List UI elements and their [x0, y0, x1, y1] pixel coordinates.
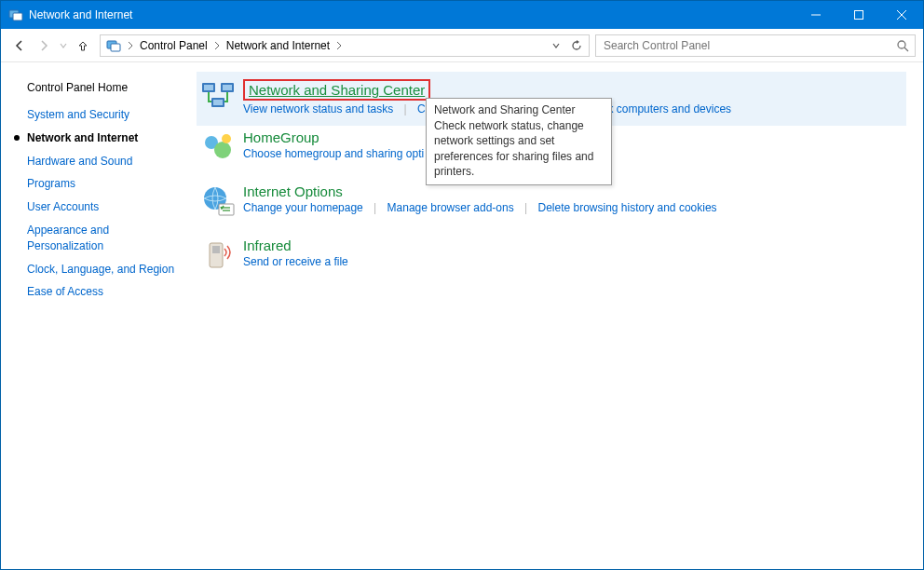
- content: Network and Sharing Center View network …: [197, 62, 923, 569]
- category-infrared: Infrared Send or receive a file: [197, 234, 906, 288]
- svg-rect-15: [213, 100, 223, 105]
- sidebar-item-programs[interactable]: Programs: [27, 176, 197, 192]
- sidebar-item-hardware-sound[interactable]: Hardware and Sound: [27, 154, 197, 170]
- close-button[interactable]: [880, 1, 923, 29]
- tooltip: Network and Sharing Center Check network…: [426, 98, 612, 185]
- tooltip-body: Check network status, change network set…: [434, 118, 604, 179]
- chevron-right-icon[interactable]: [211, 41, 223, 50]
- svg-point-8: [898, 41, 905, 48]
- svg-rect-1: [13, 13, 22, 20]
- link-manage-addons[interactable]: Manage browser add-ons: [387, 201, 514, 214]
- network-sharing-center-icon: [198, 79, 239, 120]
- tooltip-title: Network and Sharing Center: [434, 102, 604, 117]
- sidebar-item-ease-of-access[interactable]: Ease of Access: [27, 284, 197, 300]
- svg-rect-3: [855, 11, 863, 20]
- search-icon[interactable]: [896, 39, 909, 52]
- search-box[interactable]: [595, 34, 916, 57]
- category-title-network-sharing[interactable]: Network and Sharing Center: [243, 79, 430, 101]
- svg-rect-20: [219, 204, 234, 215]
- body: Control Panel Home System and Security N…: [1, 62, 923, 569]
- search-input[interactable]: [602, 38, 896, 53]
- sidebar-item-system-security[interactable]: System and Security: [27, 107, 197, 123]
- sidebar-item-clock-language-region[interactable]: Clock, Language, and Region: [27, 262, 197, 278]
- window: Network and Internet: [0, 0, 924, 570]
- breadcrumb-current[interactable]: Network and Internet: [223, 35, 333, 56]
- up-button[interactable]: [72, 34, 94, 57]
- sidebar-item-appearance[interactable]: Appearance and Personalization: [27, 223, 157, 254]
- sidebar-item-network-internet[interactable]: Network and Internet: [27, 130, 197, 146]
- category-title-homegroup[interactable]: HomeGroup: [243, 129, 319, 145]
- app-icon: [8, 7, 23, 22]
- category-title-infrared[interactable]: Infrared: [243, 238, 292, 253]
- control-panel-home-link[interactable]: Control Panel Home: [27, 81, 197, 94]
- svg-rect-11: [204, 85, 213, 90]
- sidebar: Control Panel Home System and Security N…: [1, 62, 197, 569]
- svg-rect-13: [223, 85, 232, 90]
- minimize-button[interactable]: [795, 1, 837, 29]
- category-title-internet-options[interactable]: Internet Options: [243, 183, 343, 199]
- svg-rect-7: [111, 44, 120, 51]
- link-choose-homegroup[interactable]: Choose homegroup and sharing opti: [243, 147, 424, 160]
- svg-point-17: [214, 142, 231, 158]
- link-send-receive-file[interactable]: Send or receive a file: [243, 255, 348, 268]
- chevron-right-icon[interactable]: [125, 41, 136, 50]
- recent-locations-button[interactable]: [57, 34, 70, 57]
- breadcrumb-root[interactable]: Control Panel: [136, 35, 211, 56]
- svg-point-18: [222, 134, 231, 143]
- svg-rect-22: [212, 246, 220, 253]
- toolbar: Control Panel Network and Internet: [1, 29, 923, 62]
- sidebar-item-user-accounts[interactable]: User Accounts: [27, 199, 197, 215]
- address-icon: [102, 35, 125, 56]
- internet-options-icon: [198, 183, 239, 224]
- address-bar[interactable]: Control Panel Network and Internet: [100, 34, 590, 57]
- link-change-homepage[interactable]: Change your homepage: [243, 201, 363, 214]
- svg-line-9: [904, 48, 908, 51]
- maximize-button[interactable]: [837, 1, 880, 29]
- refresh-button[interactable]: [566, 35, 587, 56]
- back-button[interactable]: [8, 34, 31, 57]
- infrared-icon: [198, 238, 239, 278]
- window-title: Network and Internet: [29, 8, 132, 21]
- category-internet-options: Internet Options Change your homepage | …: [197, 180, 906, 234]
- link-delete-history-cookies[interactable]: Delete browsing history and cookies: [537, 201, 716, 214]
- link-view-status-tasks[interactable]: View network status and tasks: [243, 102, 393, 115]
- title-bar: Network and Internet: [1, 1, 923, 29]
- address-history-button[interactable]: [546, 35, 566, 56]
- forward-button[interactable]: [33, 34, 55, 57]
- homegroup-icon: [198, 129, 239, 170]
- chevron-right-icon[interactable]: [333, 41, 345, 50]
